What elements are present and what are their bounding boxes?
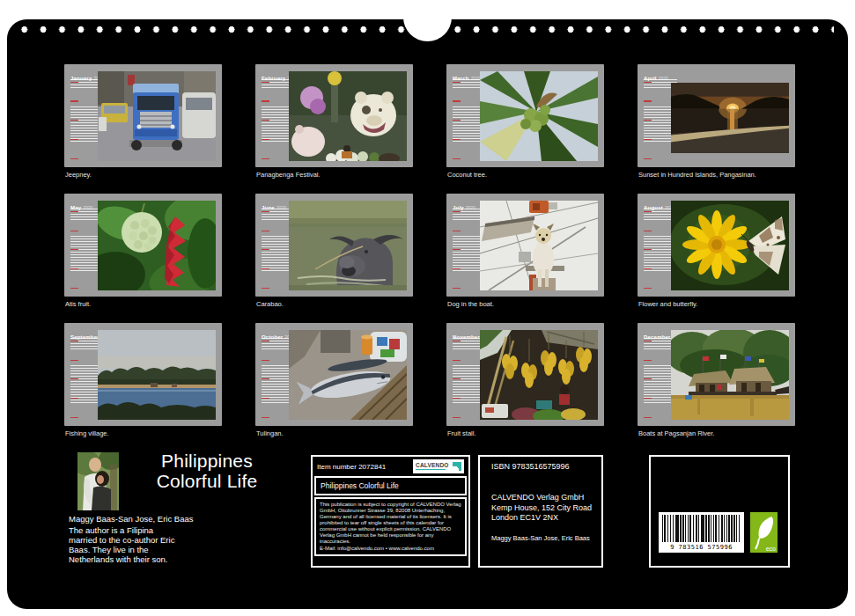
isbn-box: ISBN 9783516575996 CALVENDO Verlag GmbH …	[478, 455, 603, 568]
month-cell-february: February2020	[255, 64, 413, 194]
mini-calendar-june: June2020	[255, 194, 413, 297]
calvendo-logo-tagline	[416, 469, 446, 470]
month-cell-november: November2020	[446, 323, 604, 452]
sunday-marks	[262, 336, 269, 419]
mini-calendar-march: March2020	[446, 64, 604, 167]
photo-caption: Coconut tree.	[446, 171, 604, 179]
barcode-bars	[662, 515, 741, 542]
month-cell-july: July2020	[446, 194, 604, 323]
eco-logo: eco	[750, 512, 778, 553]
isbn-authors-line: Maggy Baas-San Jose, Eric Baas	[491, 534, 598, 542]
mini-calendar-may: May2020	[64, 194, 222, 297]
photo-caption: Atis fruit.	[64, 300, 222, 308]
mini-calendar-april: April2020	[638, 64, 795, 167]
photo-caption: Sunset in Hundred Islands, Pangasinan.	[638, 171, 795, 179]
photo-caption: Flower and butterfly.	[638, 300, 795, 308]
sunday-marks	[70, 336, 78, 419]
photo-caption: Jeepney.	[64, 171, 222, 179]
mini-calendar-december: December2020	[638, 323, 795, 426]
sunday-marks	[453, 207, 461, 290]
photo-fruit-stall	[480, 330, 598, 420]
sunday-marks	[453, 77, 461, 160]
eco-label: eco	[766, 546, 776, 552]
mini-calendar-january: January2020	[64, 64, 222, 167]
item-number-row: Item number 2072841 CALVENDO	[313, 457, 468, 476]
photo-atis-fruit	[98, 201, 216, 290]
month-cell-april: April2020	[638, 64, 795, 194]
photo-caption: Dog in the boat.	[446, 300, 604, 308]
photo-carabao	[289, 201, 407, 290]
ean-barcode: 9 783516 575996	[659, 512, 744, 553]
mini-calendar-july: July2020	[446, 194, 604, 297]
barcode-digits: 9 783516 575996	[659, 544, 744, 551]
authors-line: Maggy Baas-San Jose, Eric Baas	[69, 514, 194, 524]
photo-panagbenga-festival	[289, 71, 407, 161]
author-bio: The author is a Filipina married to the …	[69, 525, 180, 564]
photo-dog-in-boat	[480, 201, 598, 290]
copyright-box: This publication is subject to copyright…	[314, 497, 467, 556]
calvendo-logo-text: CALVENDO	[416, 463, 449, 469]
photo-caption: Carabao.	[255, 300, 413, 308]
photo-caption: Fruit stall.	[446, 429, 604, 437]
calvendo-logo-icon	[453, 462, 461, 471]
sunday-marks	[70, 77, 78, 160]
photo-caption: Boats at Pagsanjan River.	[638, 429, 795, 437]
photo-pagsanjan-boats	[671, 330, 789, 420]
month-cell-may: May2020	[64, 194, 222, 323]
photo-tulingan-fish	[289, 330, 407, 420]
mini-calendar-october: October2020	[255, 323, 413, 426]
barcode-box: 9 783516 575996 eco	[649, 455, 790, 568]
publisher-box: Item number 2072841 CALVENDO Philippines…	[311, 455, 470, 568]
month-cell-june: June2020	[255, 194, 413, 323]
sunday-marks	[453, 336, 461, 419]
copyright-text: This publication is subject to copyright…	[320, 502, 461, 545]
sunday-marks	[262, 207, 269, 290]
months-grid: January2020	[64, 64, 795, 452]
calendar-title-line1: Philippines	[132, 451, 282, 471]
month-cell-september: September2020 Fishing villag	[64, 323, 222, 452]
publisher-address: CALVENDO Verlag GmbH Kemp House, 152 Cit…	[491, 493, 598, 524]
item-number: Item number 2072841	[317, 463, 386, 471]
calvendo-logo: CALVENDO	[413, 459, 464, 473]
publisher-address-line2: Kemp House, 152 City Road	[491, 503, 598, 514]
photo-caption: Panagbenga Festival.	[255, 171, 413, 179]
month-cell-january: January2020	[64, 64, 222, 194]
photo-caption: Fishing village.	[64, 429, 222, 437]
contact-line: E-Mail: info@calvendo.com • www.calvendo…	[320, 546, 461, 552]
photo-fishing-village	[98, 330, 216, 420]
sunday-marks	[644, 336, 652, 419]
isbn-number: ISBN 9783516575996	[491, 462, 598, 471]
sunday-marks	[70, 207, 78, 290]
photo-jeepney	[98, 71, 216, 161]
mini-calendar-november: November2020	[446, 323, 604, 426]
publisher-address-line1: CALVENDO Verlag GmbH	[491, 493, 598, 503]
author-photo	[77, 452, 119, 510]
photo-sunset-hundred-islands	[671, 83, 789, 153]
month-cell-october: October2020	[255, 323, 413, 452]
month-cell-march: March2020	[446, 64, 604, 194]
mini-calendar-september: September2020	[64, 323, 222, 426]
inner-calendar-title: Philippines Colorful Life	[314, 476, 467, 495]
sunday-marks	[644, 207, 652, 290]
sunday-marks	[644, 77, 652, 160]
month-cell-december: December2020	[638, 323, 795, 452]
calendar-title-line2: Colorful Life	[132, 471, 282, 491]
photo-flower-butterfly	[671, 201, 789, 290]
month-cell-august: August2020	[638, 194, 795, 323]
photo-coconut-tree	[480, 71, 598, 161]
calendar-title: Philippines Colorful Life	[132, 451, 282, 491]
photo-caption: Tulingan.	[255, 429, 413, 437]
sunday-marks	[262, 77, 269, 160]
publisher-address-line3: London EC1V 2NX	[491, 513, 598, 524]
mini-calendar-august: August2020	[638, 194, 795, 297]
mini-calendar-february: February2020	[255, 64, 413, 167]
